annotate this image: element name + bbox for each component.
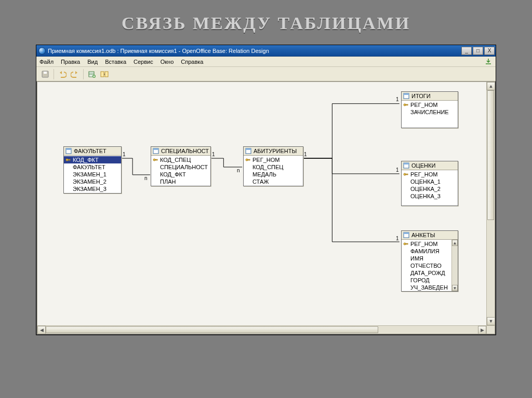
scroll-thumb[interactable] bbox=[46, 326, 378, 333]
field-name: ПЛАН bbox=[160, 179, 176, 185]
table-title: ОЦЕНКИ bbox=[411, 162, 435, 169]
menu-edit[interactable]: Правка bbox=[61, 59, 80, 65]
menu-window[interactable]: Окно bbox=[161, 59, 174, 65]
table-fakultet[interactable]: ФАКУЛЬТЕТ КОД_ФКТ ФАКУЛЬТЕТ ЭКЗАМЕН_1 ЭК… bbox=[63, 146, 122, 194]
field-row[interactable]: СТАЖ bbox=[244, 178, 303, 185]
relations-canvas[interactable]: 1 n 1 n 1 1 1 1 ФАКУЛЬТЕТ КОД_ФКТ ФАКУЛЬ… bbox=[37, 82, 486, 325]
field-name: РЕГ_НОМ bbox=[410, 171, 437, 177]
key-icon bbox=[403, 172, 409, 177]
scroll-up-icon[interactable]: ▲ bbox=[487, 82, 495, 90]
table-title: ИТОГИ bbox=[411, 93, 431, 99]
field-row[interactable]: КОД_СПЕЦ bbox=[151, 156, 210, 163]
table-abiturienty[interactable]: АБИТУРИЕНТЫ РЕГ_НОМ КОД_СПЕЦ МЕДАЛЬ СТАЖ bbox=[243, 146, 303, 186]
svg-point-27 bbox=[404, 173, 406, 175]
table-header[interactable]: АНКЕТЫ bbox=[402, 231, 458, 240]
table-icon bbox=[65, 148, 72, 154]
table-itogi[interactable]: ИТОГИ РЕГ_НОМ ЗАЧИСЛЕНИЕ bbox=[401, 91, 458, 128]
field-row[interactable]: ЭКЗАМЕН_2 bbox=[64, 178, 121, 185]
window-controls: _ □ X bbox=[460, 47, 495, 55]
menu-view[interactable]: Вид bbox=[87, 59, 98, 65]
field-row[interactable]: УЧ_ЗАВЕДЕН bbox=[402, 284, 451, 291]
maximize-button[interactable]: □ bbox=[473, 47, 483, 55]
field-name: ФАМИЛИЯ bbox=[410, 248, 440, 254]
table-icon bbox=[153, 148, 159, 154]
field-row[interactable]: ФАКУЛЬТЕТ bbox=[64, 163, 121, 171]
field-name: ОЦЕНКА_1 bbox=[410, 179, 441, 185]
field-name: ОЦЕНКА_2 bbox=[410, 186, 441, 192]
download-icon[interactable] bbox=[484, 58, 493, 66]
field-row[interactable]: ОЦЕНКА_3 bbox=[402, 193, 458, 200]
svg-rect-12 bbox=[68, 159, 70, 160]
field-row[interactable]: КОД_ФКТ bbox=[151, 171, 210, 178]
field-row[interactable]: ОЦЕНКА_1 bbox=[402, 178, 458, 185]
field-row[interactable]: РЕГ_НОМ bbox=[402, 101, 458, 108]
svg-rect-20 bbox=[248, 159, 250, 160]
field-row[interactable]: ПЛАН bbox=[151, 178, 210, 185]
field-row[interactable]: ЗАЧИСЛЕНИЕ bbox=[402, 108, 458, 116]
field-row[interactable]: РЕГ_НОМ bbox=[244, 156, 303, 163]
vertical-scrollbar[interactable]: ▲ ▼ bbox=[486, 82, 495, 325]
field-row bbox=[402, 116, 458, 127]
scroll-corner bbox=[486, 325, 495, 334]
field-row[interactable]: ЭКЗАМЕН_1 bbox=[64, 171, 121, 178]
field-name: ДАТА_РОЖД bbox=[410, 270, 445, 276]
table-ocenki[interactable]: ОЦЕНКИ РЕГ_НОМ ОЦЕНКА_1 ОЦЕНКА_2 ОЦЕНКА_… bbox=[401, 161, 458, 206]
field-row[interactable]: РЕГ_НОМ bbox=[402, 240, 451, 248]
scroll-left-icon[interactable]: ◀ bbox=[37, 326, 46, 334]
field-name: РЕГ_НОМ bbox=[410, 241, 437, 247]
window-title: Приемная комиссия1.odb : Приемная комисс… bbox=[48, 48, 460, 54]
minimize-button[interactable]: _ bbox=[461, 47, 472, 55]
table-title: СПЕЦИАЛЬНОСТ bbox=[161, 148, 209, 154]
horizontal-scrollbar[interactable]: ◀ ▶ bbox=[37, 325, 486, 334]
table-specialnost[interactable]: СПЕЦИАЛЬНОСТ КОД_СПЕЦ СПЕЦИАЛЬНОСТ КОД_Ф… bbox=[151, 146, 211, 186]
field-row[interactable]: РЕГ_НОМ bbox=[402, 171, 458, 178]
scroll-up-icon[interactable]: ▲ bbox=[452, 240, 458, 246]
table-header[interactable]: СПЕЦИАЛЬНОСТ bbox=[151, 147, 210, 156]
field-name: ЭКЗАМЕН_1 bbox=[73, 171, 107, 177]
add-table-icon[interactable] bbox=[86, 68, 98, 80]
field-row[interactable]: КОД_ФКТ bbox=[64, 156, 121, 163]
undo-icon[interactable] bbox=[57, 68, 68, 80]
field-name: РЕГ_НОМ bbox=[410, 102, 437, 108]
menu-help[interactable]: Справка bbox=[181, 59, 203, 65]
scroll-down-icon[interactable]: ▼ bbox=[452, 285, 458, 291]
scroll-right-icon[interactable]: ▶ bbox=[478, 326, 486, 334]
field-row[interactable]: ДАТА_РОЖД bbox=[402, 269, 451, 277]
toolbar-separator bbox=[54, 69, 54, 79]
table-header[interactable]: ОЦЕНКИ bbox=[402, 161, 458, 170]
menu-file[interactable]: Файл bbox=[39, 59, 54, 65]
redo-icon[interactable] bbox=[69, 68, 81, 80]
table-ankety[interactable]: АНКЕТЫ РЕГ_НОМ ФАМИЛИЯ ИМЯ ОТЧЕСТВО ДАТА… bbox=[401, 230, 458, 292]
toolbar-separator bbox=[83, 69, 84, 79]
field-row[interactable]: ИМЯ bbox=[402, 255, 451, 262]
relations-canvas-wrap: 1 n 1 n 1 1 1 1 ФАКУЛЬТЕТ КОД_ФКТ ФАКУЛЬ… bbox=[37, 81, 495, 334]
add-relation-icon[interactable] bbox=[99, 68, 110, 80]
scroll-down-icon[interactable]: ▼ bbox=[487, 317, 495, 325]
scroll-thumb[interactable] bbox=[487, 90, 494, 220]
field-name: ЗАЧИСЛЕНИЕ bbox=[410, 109, 449, 115]
table-header[interactable]: ФАКУЛЬТЕТ bbox=[64, 147, 121, 156]
field-row[interactable]: ФАМИЛИЯ bbox=[402, 248, 451, 255]
card-label: n bbox=[144, 175, 148, 181]
field-row[interactable]: ОТЧЕСТВО bbox=[402, 262, 451, 269]
svg-rect-1 bbox=[44, 72, 47, 74]
table-title: ФАКУЛЬТЕТ bbox=[74, 148, 107, 154]
field-row[interactable]: ОЦЕНКА_2 bbox=[402, 185, 458, 193]
menu-insert[interactable]: Вставка bbox=[105, 59, 126, 65]
field-name: КОД_ФКТ bbox=[160, 171, 186, 177]
field-row[interactable]: ГОРОД bbox=[402, 277, 451, 284]
svg-point-15 bbox=[153, 159, 155, 161]
title-bar[interactable]: Приемная комиссия1.odb : Приемная комисс… bbox=[36, 45, 496, 57]
table-icon bbox=[403, 93, 409, 99]
svg-point-19 bbox=[246, 159, 248, 161]
menu-tools[interactable]: Сервис bbox=[134, 59, 153, 65]
table-header[interactable]: АБИТУРИЕНТЫ bbox=[244, 147, 303, 156]
table-header[interactable]: ИТОГИ bbox=[402, 92, 458, 101]
table-scrollbar[interactable]: ▲ ▼ bbox=[451, 240, 458, 291]
field-row[interactable]: МЕДАЛЬ bbox=[244, 171, 303, 178]
field-row[interactable]: СПЕЦИАЛЬНОСТ bbox=[151, 163, 210, 171]
field-row[interactable]: ЭКЗАМЕН_3 bbox=[64, 185, 121, 193]
save-icon[interactable] bbox=[39, 68, 51, 80]
field-row[interactable]: КОД_СПЕЦ bbox=[244, 163, 303, 171]
close-button[interactable]: X bbox=[484, 47, 495, 55]
